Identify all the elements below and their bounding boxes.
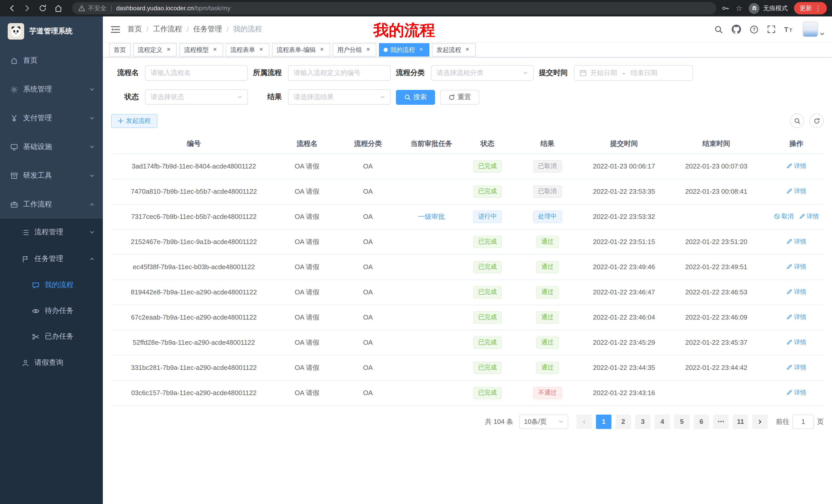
tab-item[interactable]: 流程表单-编辑 × [272, 43, 330, 57]
browser-forward-button[interactable] [21, 2, 34, 15]
detail-link[interactable]: 详情 [799, 212, 819, 221]
detail-link[interactable]: 详情 [786, 162, 806, 171]
jump-prefix-label: 前往 [776, 417, 789, 426]
page-jump: 前往 页 [776, 414, 824, 429]
tab-item[interactable]: 流程表单 × [226, 43, 269, 57]
sidebar-item-pending-tasks[interactable]: 待办任务 [0, 298, 103, 324]
sidebar-item-payment[interactable]: 支付管理 [0, 104, 103, 133]
browser-refresh-button[interactable] [36, 2, 49, 15]
sidebar-item-dev-tools[interactable]: 研发工具 [0, 161, 103, 190]
close-icon[interactable]: × [318, 46, 326, 53]
sidebar-item-process-management[interactable]: 流程管理 [0, 219, 103, 246]
cell-process-name: OA 请假 [277, 254, 337, 279]
breadcrumb-item: 我的流程 [233, 25, 262, 34]
detail-link[interactable]: 详情 [786, 262, 806, 271]
close-icon[interactable]: × [464, 46, 471, 53]
close-icon[interactable]: × [365, 46, 372, 53]
sidebar-item-done-tasks[interactable]: 已办任务 [0, 324, 103, 349]
detail-label: 详情 [794, 237, 806, 246]
breadcrumb-link[interactable]: 任务管理 [193, 25, 222, 34]
sidebar-item-system[interactable]: 系统管理 [0, 75, 103, 104]
cancel-link[interactable]: 取消 [774, 212, 794, 221]
detail-link[interactable]: 详情 [786, 338, 806, 347]
app-logo[interactable]: 芋道管理系统 [0, 17, 103, 46]
breadcrumb-link[interactable]: 首页 [128, 25, 142, 34]
result-badge: 已取消 [533, 185, 562, 198]
detail-link[interactable]: 详情 [786, 363, 806, 372]
cell-actions: 取消 详情 [769, 179, 824, 204]
process-name-input[interactable]: 请输入流程名 [145, 65, 248, 81]
user-menu[interactable] [803, 22, 825, 37]
process-definition-input[interactable]: 请输入流程定义的编号 [288, 65, 391, 81]
toggle-search-button[interactable] [790, 114, 804, 128]
tab-item[interactable]: 用户分组 × [333, 43, 376, 57]
help-icon[interactable]: ? [750, 25, 758, 34]
page-number-button[interactable]: 3 [635, 414, 650, 429]
prev-page-button[interactable] [576, 414, 592, 429]
cell-id: 03c6c157-7b9a-11ec-a290-acde48001122 [111, 380, 277, 405]
page-number-button[interactable]: 5 [674, 414, 690, 429]
page-number-button[interactable]: 11 [733, 414, 748, 429]
breadcrumb-link[interactable]: 我的流程 [233, 25, 262, 34]
bookmark-star-icon[interactable]: ☆ [735, 4, 743, 13]
cell-actions: 取消 详情 [769, 279, 824, 305]
status-select[interactable]: 请选择状态 [145, 89, 248, 105]
sidebar-item-home[interactable]: 首页 [0, 46, 103, 75]
tab-item[interactable]: 流程模型 × [179, 43, 223, 57]
submit-time-range-picker[interactable]: 开始日期 - 结束日期 [574, 65, 693, 81]
security-warning[interactable]: 不安全 [78, 4, 106, 12]
page-number-button[interactable]: 2 [616, 414, 631, 429]
page-size-select[interactable]: 10条/页 [519, 414, 568, 429]
close-icon[interactable]: × [258, 46, 265, 53]
browser-home-button[interactable] [51, 2, 65, 15]
tab-item[interactable]: 流程定义 × [133, 43, 177, 57]
font-size-icon[interactable]: TT [784, 25, 794, 33]
github-icon[interactable] [732, 25, 741, 34]
jump-page-input[interactable] [792, 414, 814, 429]
cell-status: 进行中 [464, 204, 511, 229]
current-task-link[interactable]: 一级审批 [418, 213, 445, 220]
sidebar-item-workflow[interactable]: 工作流程 [0, 190, 103, 219]
refresh-table-button[interactable] [809, 114, 824, 128]
page-number-button[interactable]: 1 [596, 414, 612, 429]
detail-link[interactable]: 详情 [786, 288, 806, 297]
sidebar-item-infrastructure[interactable]: 基础设施 [0, 133, 103, 161]
reset-button[interactable]: 重置 [440, 90, 479, 105]
close-icon[interactable]: × [211, 46, 218, 53]
browser-back-button[interactable] [5, 2, 19, 15]
main-area: 首页 / 工作流程 / 任务管理 / 我的流程 我的流程 [103, 17, 832, 504]
close-icon[interactable]: × [418, 46, 425, 53]
status-badge: 进行中 [473, 211, 502, 223]
next-page-button[interactable] [752, 414, 768, 429]
search-icon[interactable] [714, 25, 723, 34]
password-key-icon[interactable] [721, 4, 729, 12]
sidebar-item-task-management[interactable]: 任务管理 [0, 246, 103, 272]
tab-item[interactable]: 发起流程 × [432, 43, 476, 57]
address-bar[interactable]: 不安全 dashboard.yudao.iocoder.cn /bpm/task… [72, 2, 716, 15]
page-number-button[interactable]: ⋯ [713, 414, 729, 429]
detail-link[interactable]: 详情 [786, 237, 806, 246]
sidebar-item-leave-query[interactable]: 请假查询 [0, 349, 103, 376]
browser-update-button[interactable]: 更新 ⋮ [794, 2, 827, 15]
sidebar-item-my-processes[interactable]: 我的流程 [0, 272, 103, 298]
detail-link[interactable]: 详情 [786, 388, 806, 397]
detail-link[interactable]: 详情 [786, 313, 806, 321]
process-category-select[interactable]: 请选择流程分类 [431, 65, 534, 81]
browser-menu-icon[interactable]: ⋮ [812, 4, 824, 12]
page-number-button[interactable]: 6 [694, 414, 709, 429]
detail-link[interactable]: 详情 [786, 187, 806, 196]
hamburger-menu-icon[interactable] [103, 25, 128, 34]
page-number-button[interactable]: 4 [655, 414, 670, 429]
breadcrumb-link[interactable]: 工作流程 [153, 25, 182, 34]
avatar[interactable] [803, 22, 818, 37]
tab-item[interactable]: 首页 × [109, 43, 131, 57]
fullscreen-icon[interactable] [767, 25, 775, 33]
tab-item[interactable]: 我的流程 × [379, 43, 430, 57]
cell-result: 已取消 [511, 179, 584, 204]
cell-id: 3ad174fb-7b9d-11ec-8404-acde48001122 [111, 153, 277, 179]
table-toolbar: 发起流程 [111, 114, 824, 128]
create-process-button[interactable]: 发起流程 [111, 114, 157, 128]
result-select[interactable]: 请选择流结果 [288, 89, 391, 105]
search-button[interactable]: 搜索 [396, 90, 435, 105]
close-icon[interactable]: × [165, 46, 172, 53]
